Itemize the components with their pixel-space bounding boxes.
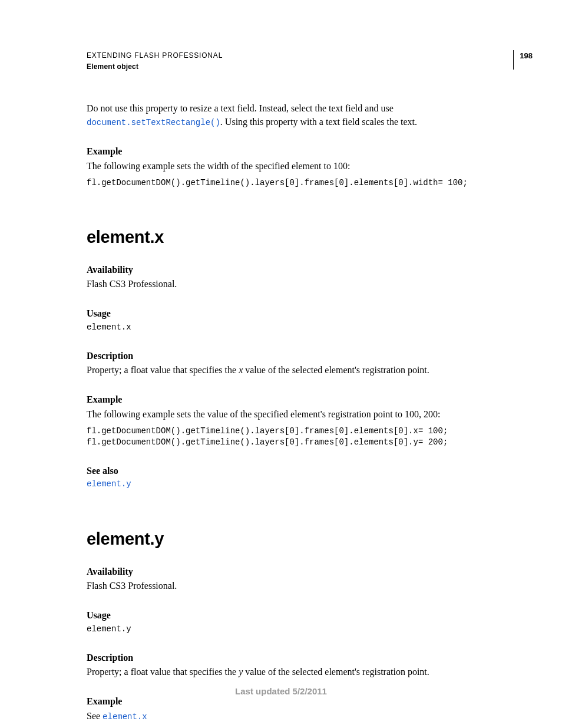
- usage-label-y: Usage: [87, 609, 506, 622]
- intro-text-prefix: Do not use this property to resize a tex…: [87, 103, 394, 113]
- usage-code: element.x: [87, 322, 506, 333]
- availability-label: Availability: [87, 263, 506, 276]
- example-label: Example: [87, 145, 506, 158]
- header-left: EXTENDING FLASH PROFESSIONAL Element obj…: [87, 50, 223, 73]
- availability-text: Flash CS3 Professional.: [87, 278, 506, 291]
- example-code-x: fl.getDocumentDOM().getTimeline().layers…: [87, 426, 506, 448]
- availability-label-y: Availability: [87, 565, 506, 578]
- see-also-label: See also: [87, 465, 506, 477]
- example-text-x: The following example sets the value of …: [87, 408, 506, 421]
- description-text-y: Property; a float value that specifies t…: [87, 666, 506, 678]
- header-subtitle: Element object: [87, 61, 223, 73]
- description-label: Description: [87, 350, 506, 363]
- description-text: Property; a float value that specifies t…: [87, 364, 506, 377]
- description-suffix-y: value of the selected element's registra…: [243, 667, 429, 677]
- usage-label: Usage: [87, 307, 506, 320]
- section-heading-element-y: element.y: [87, 527, 506, 551]
- intro-paragraph: Do not use this property to resize a tex…: [87, 102, 506, 129]
- page-number: 198: [513, 50, 533, 70]
- example-prefix-y: See: [87, 711, 103, 721]
- page-body: Do not use this property to resize a tex…: [87, 102, 506, 723]
- example-code: fl.getDocumentDOM().getTimeline().layers…: [87, 177, 506, 189]
- example-link-element-x[interactable]: element.x: [103, 712, 147, 722]
- set-text-rectangle-link[interactable]: document.setTextRectangle(): [87, 118, 220, 127]
- see-also-link-element-y[interactable]: element.y: [87, 479, 506, 490]
- example-label-y: Example: [87, 695, 506, 708]
- footer-last-updated: Last updated 5/2/2011: [0, 686, 562, 696]
- description-suffix: value of the selected element's registra…: [243, 365, 429, 375]
- description-prefix-y: Property; a float value that specifies t…: [87, 667, 239, 677]
- header-title: EXTENDING FLASH PROFESSIONAL: [87, 50, 223, 61]
- usage-code-y: element.y: [87, 624, 506, 635]
- description-label-y: Description: [87, 651, 506, 664]
- description-prefix: Property; a float value that specifies t…: [87, 365, 239, 375]
- page-header: EXTENDING FLASH PROFESSIONAL Element obj…: [87, 50, 506, 73]
- intro-text-suffix: . Using this property with a text field …: [220, 117, 417, 127]
- section-heading-element-x: element.x: [87, 225, 506, 249]
- example-text: The following example sets the width of …: [87, 160, 506, 173]
- page-container: EXTENDING FLASH PROFESSIONAL Element obj…: [0, 0, 562, 728]
- availability-text-y: Flash CS3 Professional.: [87, 579, 506, 592]
- example-label-x: Example: [87, 393, 506, 406]
- example-text-y: See element.x: [87, 710, 506, 723]
